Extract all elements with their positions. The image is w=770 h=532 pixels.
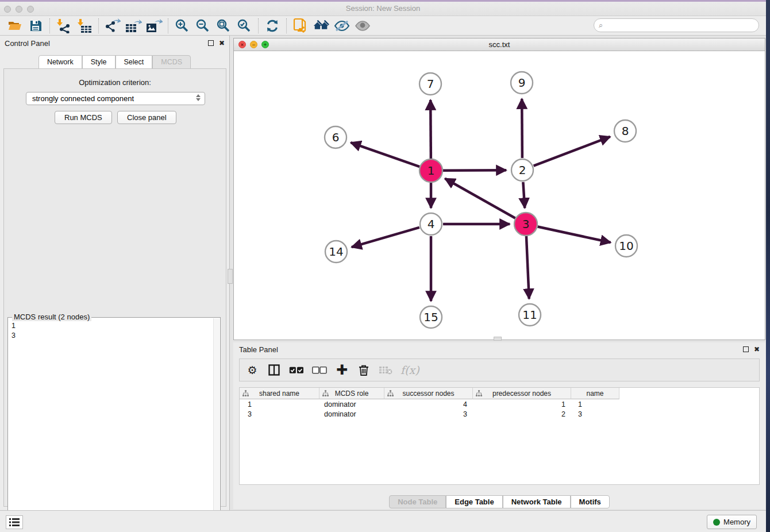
save-session-icon[interactable] [27, 18, 44, 34]
tab-select[interactable]: Select [116, 55, 153, 69]
table-settings-icon[interactable]: ⚙ [245, 363, 259, 377]
minimize-view-icon[interactable]: − [250, 41, 257, 48]
cell-shared-name[interactable]: 3 [240, 409, 319, 419]
refresh-icon[interactable] [264, 18, 281, 34]
table-toolbar: ⚙ ✚ f(x) [239, 358, 760, 381]
tab-network-table[interactable]: Network Table [503, 495, 571, 508]
show-all-eye-icon[interactable] [354, 18, 371, 34]
split-view-icon[interactable] [267, 363, 281, 377]
cell-predecessor-nodes[interactable]: 1 [473, 399, 571, 409]
tab-style[interactable]: Style [82, 55, 116, 69]
network-graph-canvas[interactable]: 1234678910111415 [234, 51, 765, 340]
memory-button[interactable]: Memory [707, 515, 757, 529]
column-predecessor-nodes[interactable]: predecessor nodes [473, 388, 571, 399]
search-field[interactable]: ⌕ [594, 18, 759, 32]
import-table-icon[interactable] [76, 18, 93, 34]
first-neighbors-icon[interactable] [292, 18, 309, 34]
table-tabs: Node Table Edge Table Network Table Moti… [233, 495, 765, 508]
cell-shared-name[interactable]: 1 [240, 399, 319, 409]
close-panel-button[interactable]: Close panel [117, 111, 176, 124]
close-panel-icon[interactable]: ✖ [219, 40, 225, 47]
add-column-icon[interactable]: ✚ [335, 363, 349, 377]
result-scrollbar[interactable] [213, 318, 220, 532]
open-session-icon[interactable] [6, 18, 24, 34]
import-network-icon[interactable] [55, 18, 72, 34]
zoom-fit-icon[interactable] [215, 18, 232, 34]
close-view-icon[interactable]: × [238, 41, 246, 48]
tab-edge-table[interactable]: Edge Table [446, 495, 502, 508]
zoom-in-icon[interactable] [174, 18, 191, 34]
tab-mcds[interactable]: MCDS [152, 55, 191, 69]
maximize-view-icon[interactable]: + [261, 41, 269, 48]
cell-mcds-role[interactable]: dominator [319, 399, 384, 409]
horizontal-splitter-handle[interactable] [494, 337, 502, 341]
hide-selected-eye-icon[interactable] [333, 18, 351, 34]
zoom-selected-icon[interactable] [236, 18, 253, 34]
search-icon: ⌕ [599, 21, 603, 30]
zoom-out-icon[interactable] [194, 18, 211, 34]
table-row[interactable]: 1 dominator 4 1 1 [240, 399, 759, 409]
float-panel-icon[interactable] [208, 40, 214, 46]
control-panel: Control Panel ✖ Network Style Select MCD… [0, 36, 230, 510]
graph-node-label: 2 [519, 163, 526, 177]
graph-edge-1-7[interactable] [430, 100, 431, 159]
tab-motifs[interactable]: Motifs [571, 495, 610, 508]
tab-node-table[interactable]: Node Table [389, 495, 446, 508]
graph-node-label: 7 [427, 77, 434, 91]
cell-name[interactable]: 3 [571, 409, 619, 419]
mcds-result-textarea[interactable]: 1 3 [7, 317, 221, 532]
table-row[interactable]: 3 dominator 3 2 3 [240, 409, 759, 419]
cell-predecessor-nodes[interactable]: 2 [473, 409, 571, 419]
home-icon[interactable] [313, 18, 330, 34]
network-window-titlebar[interactable]: × − + scc.txt [234, 38, 765, 51]
column-name[interactable]: name [571, 388, 619, 399]
close-window-icon[interactable] [4, 6, 11, 13]
graph-node-label: 4 [428, 217, 435, 231]
status-bar: Memory [0, 510, 766, 532]
deselect-all-checkboxes-icon[interactable] [312, 363, 327, 377]
zoom-window-icon[interactable] [27, 6, 34, 13]
mcds-result-values: 1 3 [11, 321, 16, 341]
cell-successor-nodes[interactable]: 3 [384, 409, 473, 419]
toolbar-separator [49, 18, 50, 33]
column-filler [619, 388, 759, 399]
float-table-panel-icon[interactable] [743, 346, 749, 352]
run-mcds-button[interactable]: Run MCDS [55, 111, 112, 124]
minimize-window-icon[interactable] [16, 6, 22, 13]
graph-node-label: 9 [518, 76, 526, 90]
task-history-button[interactable] [6, 515, 23, 529]
network-graph[interactable]: 1234678910111415 [234, 51, 765, 340]
graph-edge-2-3[interactable] [523, 182, 525, 208]
app-title: Session: New Session [0, 2, 766, 16]
tab-network[interactable]: Network [38, 55, 82, 69]
close-table-panel-icon[interactable]: ✖ [754, 346, 760, 353]
select-all-checkboxes-icon[interactable] [289, 363, 304, 377]
criterion-dropdown[interactable]: strongly connected component [26, 92, 205, 105]
graph-edge-2-8[interactable] [534, 137, 610, 166]
graph-edge-3-10[interactable] [538, 226, 611, 242]
graph-node-label: 8 [622, 124, 629, 138]
cell-mcds-role[interactable]: dominator [319, 409, 384, 419]
vertical-splitter-handle[interactable] [228, 269, 233, 284]
optimization-criterion-label: Optimization criterion: [4, 78, 226, 87]
search-input[interactable] [603, 21, 746, 29]
graph-edge-4-14[interactable] [352, 228, 419, 247]
column-successor-nodes[interactable]: successor nodes [384, 388, 473, 399]
graph-edge-1-2[interactable] [443, 170, 506, 171]
export-image-icon[interactable] [145, 18, 163, 34]
function-builder-icon: f(x) [401, 363, 419, 377]
graph-edge-3-11[interactable] [526, 236, 529, 299]
export-network-icon[interactable] [104, 18, 121, 34]
cell-successor-nodes[interactable]: 4 [384, 399, 473, 409]
graph-edge-1-6[interactable] [351, 142, 419, 167]
graph-edge-2-9[interactable] [522, 99, 522, 158]
graph-node-label: 14 [329, 245, 343, 259]
column-mcds-role[interactable]: MCDS role [319, 388, 384, 399]
graph-edge-3-1[interactable] [445, 179, 515, 218]
graph-node-label: 11 [522, 308, 537, 322]
cell-name[interactable]: 1 [571, 399, 619, 409]
graph-node-label: 6 [332, 130, 340, 144]
column-shared-name[interactable]: shared name [240, 388, 319, 399]
delete-column-icon[interactable] [357, 363, 371, 377]
export-table-icon[interactable] [125, 18, 142, 34]
